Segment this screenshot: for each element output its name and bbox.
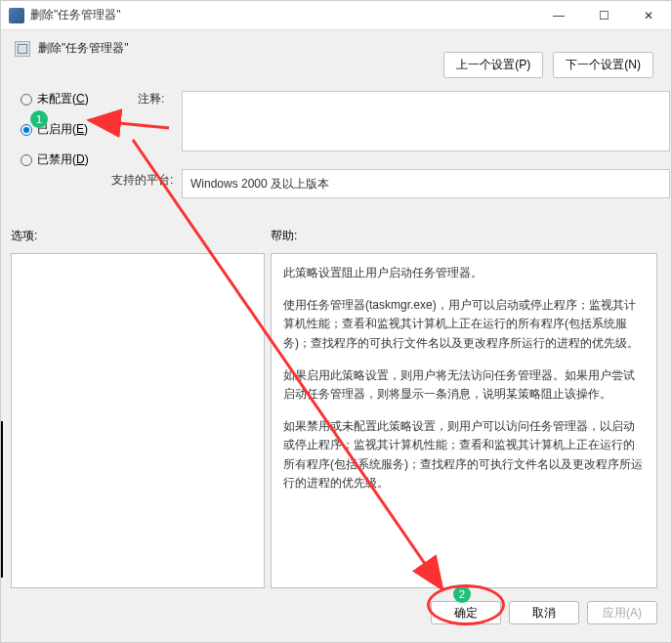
help-label: 帮助: (271, 228, 297, 244)
platform-label: 支持的平台: (111, 172, 173, 189)
dialog-title: 删除"任务管理器" (38, 40, 129, 57)
app-icon (9, 8, 24, 23)
options-panel (11, 253, 265, 588)
close-button[interactable]: ✕ (626, 1, 671, 30)
platform-textbox: Windows 2000 及以上版本 (182, 169, 670, 198)
options-label: 选项: (11, 228, 271, 244)
annotation-badge-1: 1 (30, 110, 48, 128)
window-title: 删除"任务管理器" (30, 7, 121, 23)
comment-label: 注释: (138, 91, 164, 107)
comment-textbox[interactable] (182, 91, 670, 151)
apply-button[interactable]: 应用(A) (587, 601, 657, 624)
window-titlebar: 删除"任务管理器" — ☐ ✕ (1, 1, 671, 30)
minimize-button[interactable]: — (536, 1, 581, 30)
maximize-button[interactable]: ☐ (581, 1, 626, 30)
radio-disabled[interactable]: 已禁用(D) (21, 151, 657, 168)
annotation-circle (427, 584, 505, 625)
prev-setting-button[interactable]: 上一个设置(P) (443, 52, 543, 78)
next-setting-button[interactable]: 下一个设置(N) (553, 52, 653, 78)
help-text: 此策略设置阻止用户启动任务管理器。 (283, 264, 645, 282)
help-text: 如果启用此策略设置，则用户将无法访问任务管理器。如果用户尝试启动任务管理器，则将… (283, 366, 645, 404)
cancel-button[interactable]: 取消 (509, 601, 579, 624)
left-edge-artifact (0, 421, 3, 578)
help-text: 如果禁用或未配置此策略设置，则用户可以访问任务管理器，以启动或停止程序；监视其计… (283, 417, 645, 493)
help-text: 使用任务管理器(taskmgr.exe)，用户可以启动或停止程序；监视其计算机性… (283, 296, 645, 353)
policy-icon (15, 41, 30, 57)
help-panel: 此策略设置阻止用户启动任务管理器。 使用任务管理器(taskmgr.exe)，用… (271, 253, 657, 588)
